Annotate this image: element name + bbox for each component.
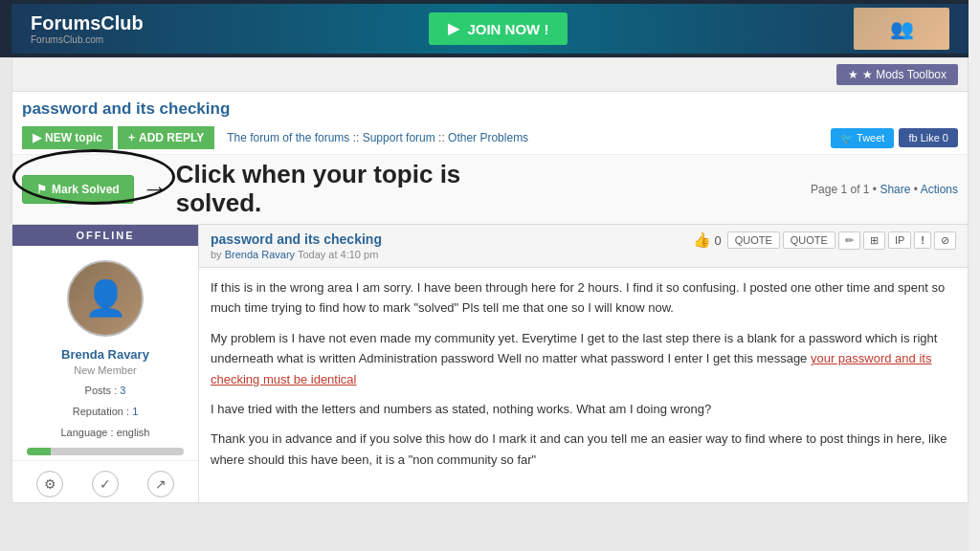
new-topic-icon: ▶	[33, 131, 41, 144]
mods-toolbox-button[interactable]: ★ ★ Mods Toolbox	[836, 64, 958, 85]
post-paragraph-4: Thank you in advance and if you solve th…	[211, 429, 956, 470]
like-count-area: 👍 0	[693, 231, 721, 249]
edit-button[interactable]: ✏	[838, 231, 860, 250]
grid-button[interactable]: ⊞	[863, 231, 885, 250]
fb-like-button[interactable]: fb Like 0	[899, 128, 958, 147]
page-title: password and its checking	[22, 99, 958, 119]
offline-bar: OFFLINE	[12, 225, 198, 246]
share-link[interactable]: Share	[880, 183, 910, 196]
user-rank: New Member	[12, 364, 198, 376]
star-icon: ★	[848, 68, 858, 81]
ip-button[interactable]: IP	[888, 231, 911, 249]
play-icon: ▶	[448, 20, 459, 37]
add-reply-button[interactable]: + ADD REPLY	[118, 126, 214, 149]
progress-bar-container	[27, 448, 184, 455]
post-title-link[interactable]: password and its checking	[211, 231, 382, 247]
callout-arrow: →	[142, 176, 168, 203]
mods-bar: ★ ★ Mods Toolbox	[12, 58, 968, 92]
callout-text: Click when your topic is solved.	[176, 161, 461, 218]
like-count: 0	[714, 233, 721, 248]
mark-solved-button[interactable]: ⚑ Mark Solved	[22, 175, 134, 204]
breadcrumb-other-problems[interactable]: Other Problems	[448, 131, 528, 144]
post-paragraph-2: My problem is I have not even made my co…	[211, 328, 956, 389]
join-now-button[interactable]: ▶ JOIN NOW !	[429, 12, 568, 45]
breadcrumb-home[interactable]: The forum of the forums	[227, 131, 349, 144]
add-icon: +	[128, 131, 135, 144]
user-profile-icon[interactable]: ⚙	[36, 471, 63, 497]
flag-icon: ⚑	[36, 183, 47, 196]
progress-bar-fill	[27, 448, 51, 455]
user-panel: OFFLINE 👤 Brenda Ravary New Member Posts…	[12, 225, 199, 502]
post-meta: by Brenda Ravary Today at 4:10 pm	[211, 249, 382, 260]
banner-url: ForumsClub.com	[31, 34, 144, 45]
actions-link[interactable]: Actions	[921, 183, 958, 196]
new-topic-button[interactable]: ▶ NEW topic	[22, 126, 113, 149]
twitter-icon: 🐦	[840, 132, 854, 144]
post-body: If this is in the wrong area I am sorry.…	[199, 268, 968, 480]
scrollbar[interactable]	[969, 0, 980, 503]
banner-logo: ForumsClub	[31, 12, 144, 34]
page-info-bar: Page 1 of 1 • Share • Actions	[811, 183, 958, 196]
user-stats: Posts : 3 Reputation : 1 Language : engl…	[12, 380, 198, 443]
user-check-icon[interactable]: ✓	[92, 471, 119, 497]
breadcrumb-support[interactable]: Support forum	[363, 131, 435, 144]
user-action-icons: ⚙ ✓ ↗	[12, 460, 198, 502]
page-header: password and its checking ▶ NEW topic + …	[12, 92, 968, 155]
breadcrumb: The forum of the forums :: Support forum…	[227, 131, 528, 144]
ban-button[interactable]: ⊘	[934, 231, 956, 250]
thumb-up-icon: 👍	[693, 231, 711, 249]
post-paragraph-3: I have tried with the letters and number…	[211, 399, 956, 419]
post-header: password and its checking by Brenda Rava…	[199, 225, 968, 268]
post-action-buttons: 👍 0 QUOTE QUOTE ✏ ⊞ IP ! ⊘	[693, 231, 956, 250]
user-name: Brenda Ravary	[12, 344, 198, 364]
second-toolbar: ⚑ Mark Solved → Click when your topic is…	[12, 155, 968, 225]
banner: ForumsClub ForumsClub.com ▶ JOIN NOW ! 👥	[0, 0, 980, 57]
quote-button-1[interactable]: QUOTE	[727, 231, 780, 249]
avatar-area: 👤	[12, 246, 198, 344]
exclaim-button[interactable]: !	[914, 231, 931, 249]
quote-button-2[interactable]: QUOTE	[783, 231, 835, 249]
post-area: password and its checking by Brenda Rava…	[199, 225, 968, 502]
main-content: OFFLINE 👤 Brenda Ravary New Member Posts…	[12, 225, 968, 502]
banner-people: 👥	[854, 8, 949, 50]
avatar: 👤	[67, 260, 144, 337]
post-author-link[interactable]: Brenda Ravary	[225, 249, 295, 260]
user-arrow-icon[interactable]: ↗	[147, 471, 174, 497]
post-paragraph-1: If this is in the wrong area I am sorry.…	[211, 277, 956, 319]
tweet-button[interactable]: 🐦 Tweet	[831, 128, 894, 148]
